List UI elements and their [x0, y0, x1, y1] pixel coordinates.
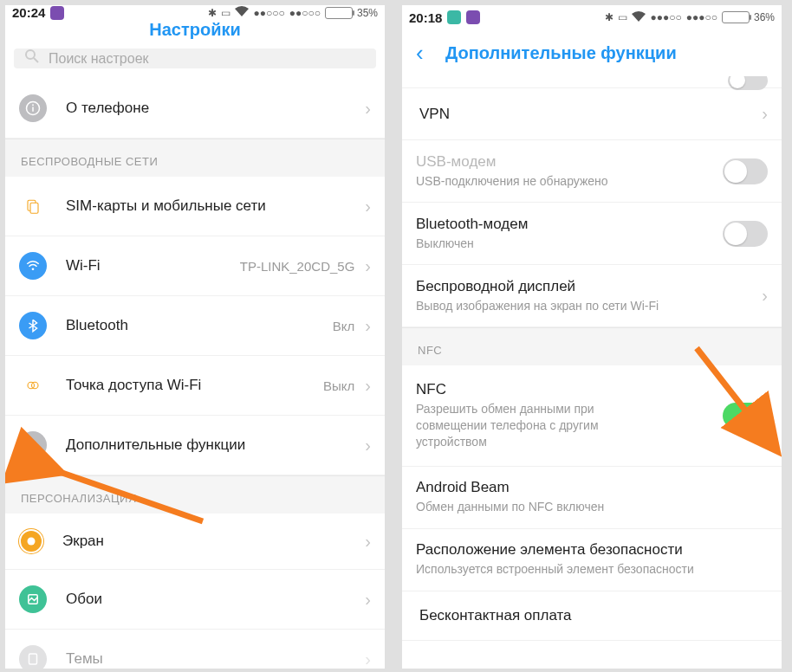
bluetooth-icon: [19, 312, 47, 339]
wifi-status-icon: [235, 6, 249, 19]
partial-toggle-row: [402, 76, 782, 88]
row-about-phone[interactable]: О телефоне ›: [5, 79, 385, 139]
chevron-right-icon: ›: [365, 197, 371, 216]
phone-more-functions: 20:18 ✱ ▭ ●●●○○ ●●●○○ 36% ‹ Дополнительн…: [402, 5, 782, 669]
row-nfc[interactable]: NFC Разрешить обмен данными при совмещен…: [402, 365, 782, 467]
row-label: Bluetooth: [66, 317, 333, 334]
search-placeholder: Поиск настроек: [49, 51, 149, 67]
svg-point-7: [32, 268, 35, 270]
search-input[interactable]: Поиск настроек: [14, 48, 376, 68]
row-label: Обои: [66, 591, 365, 608]
chevron-right-icon: ›: [365, 436, 371, 456]
row-label: Бесконтактная оплата: [419, 607, 768, 624]
row-subtitle: Обмен данными по NFC включен: [416, 499, 768, 515]
row-subtitle: Разрешить обмен данными при совмещении т…: [416, 401, 659, 450]
row-label: Экран: [62, 533, 365, 550]
wifi-status-icon: [632, 11, 646, 24]
battery-percent: 35%: [357, 7, 378, 19]
row-themes[interactable]: Темы ›: [5, 630, 385, 669]
signal-icon: ●●●○○: [650, 11, 681, 23]
chevron-right-icon: ›: [762, 104, 768, 124]
battery-icon: [325, 7, 353, 19]
row-label: Беспроводной дисплей: [416, 278, 762, 295]
page-title: Дополнительные функции: [445, 43, 677, 63]
wifi-icon: [19, 252, 47, 280]
wallpaper-icon: [19, 585, 47, 613]
row-value: Выкл: [323, 378, 354, 393]
toggle-switch-nfc[interactable]: [723, 403, 768, 429]
row-value: Вкл: [333, 319, 355, 333]
status-time: 20:24: [12, 5, 45, 20]
row-vpn[interactable]: VPN ›: [402, 88, 782, 140]
row-bluetooth[interactable]: Bluetooth Вкл ›: [5, 296, 385, 356]
row-hotspot[interactable]: Точка доступа Wi-Fi Выкл ›: [5, 356, 385, 416]
page-title: Настройки: [149, 20, 241, 40]
toggle-switch[interactable]: [723, 221, 768, 247]
section-personalization: ПЕРСОНАЛИЗАЦИЯ: [5, 475, 385, 514]
signal2-icon: ●●○○○: [289, 7, 321, 19]
row-value: TP-LINK_20CD_5G: [240, 259, 355, 274]
svg-point-10: [28, 444, 30, 447]
signal-icon: ●●○○○: [253, 7, 284, 19]
svg-point-11: [32, 444, 35, 447]
back-icon[interactable]: ‹: [416, 42, 424, 64]
row-label: Темы: [66, 650, 365, 668]
battery-icon: [722, 11, 750, 23]
search-icon: [24, 48, 40, 68]
row-wifi[interactable]: Wi-Fi TP-LINK_20CD_5G ›: [5, 236, 385, 296]
row-label: Дополнительные функции: [66, 436, 365, 454]
chevron-right-icon: ›: [365, 532, 371, 552]
themes-icon: [19, 645, 47, 669]
chevron-right-icon: ›: [365, 316, 371, 336]
svg-point-9: [32, 382, 39, 389]
status-app-icon: [50, 6, 64, 20]
hotspot-icon: [19, 372, 47, 399]
row-label: Wi-Fi: [66, 257, 240, 275]
section-nfc: NFC: [402, 327, 782, 365]
row-label: О телефоне: [66, 100, 365, 117]
row-usb-modem: USB-модем USB-подключения не обнаружено: [402, 140, 782, 203]
row-label: Android Beam: [416, 479, 768, 496]
row-label: Точка доступа Wi-Fi: [66, 377, 323, 394]
sim-icon: [19, 192, 47, 220]
status-time: 20:18: [409, 10, 442, 25]
svg-rect-6: [30, 203, 38, 213]
bluetooth-status-icon: ✱: [605, 11, 613, 23]
vibrate-icon: ▭: [618, 11, 627, 23]
row-sim[interactable]: SIM-карты и мобильные сети ›: [5, 177, 385, 236]
row-display[interactable]: Экран ›: [5, 514, 385, 570]
row-subtitle: USB-подключения не обнаружено: [416, 173, 723, 190]
row-wireless-display[interactable]: Беспроводной дисплей Вывод изображения н…: [402, 265, 782, 327]
section-wireless: БЕСПРОВОДНЫЕ СЕТИ: [5, 139, 385, 177]
display-icon: [19, 529, 43, 553]
list-about: О телефоне ›: [5, 79, 385, 139]
row-subtitle: Выключен: [416, 236, 723, 252]
status-app-icon: [466, 10, 480, 24]
svg-rect-15: [29, 654, 37, 664]
info-icon: [19, 94, 47, 122]
row-wallpaper[interactable]: Обои ›: [5, 570, 385, 630]
chevron-right-icon: ›: [365, 256, 371, 276]
row-label: Расположение элемента безопасности: [416, 541, 768, 559]
chevron-right-icon: ›: [365, 649, 371, 669]
svg-point-12: [36, 444, 38, 447]
status-bar: 20:24 ✱ ▭ ●●○○○ ●●○○○ 35%: [5, 5, 385, 20]
bluetooth-status-icon: ✱: [208, 7, 217, 19]
status-bar: 20:18 ✱ ▭ ●●●○○ ●●●○○ 36%: [402, 5, 782, 29]
svg-line-1: [34, 58, 38, 62]
signal2-icon: ●●●○○: [686, 11, 717, 23]
svg-point-0: [26, 50, 35, 59]
row-label: SIM-карты и мобильные сети: [66, 197, 365, 215]
phone-settings: 20:24 ✱ ▭ ●●○○○ ●●○○○ 35% Настройки Поис…: [5, 5, 385, 669]
row-tap-pay[interactable]: Бесконтактная оплата: [402, 591, 782, 641]
row-label: VPN: [419, 106, 762, 123]
more-icon: [19, 431, 47, 459]
chevron-right-icon: ›: [365, 99, 371, 119]
row-android-beam[interactable]: Android Beam Обмен данными по NFC включе…: [402, 467, 782, 529]
row-bt-modem[interactable]: Bluetooth-модем Выключен: [402, 203, 782, 265]
row-security-element[interactable]: Расположение элемента безопасности Испол…: [402, 529, 782, 591]
vibrate-icon: ▭: [221, 7, 230, 19]
row-label: Bluetooth-модем: [416, 216, 723, 233]
row-more-functions[interactable]: Дополнительные функции ›: [5, 416, 385, 475]
header: Настройки: [5, 20, 385, 40]
